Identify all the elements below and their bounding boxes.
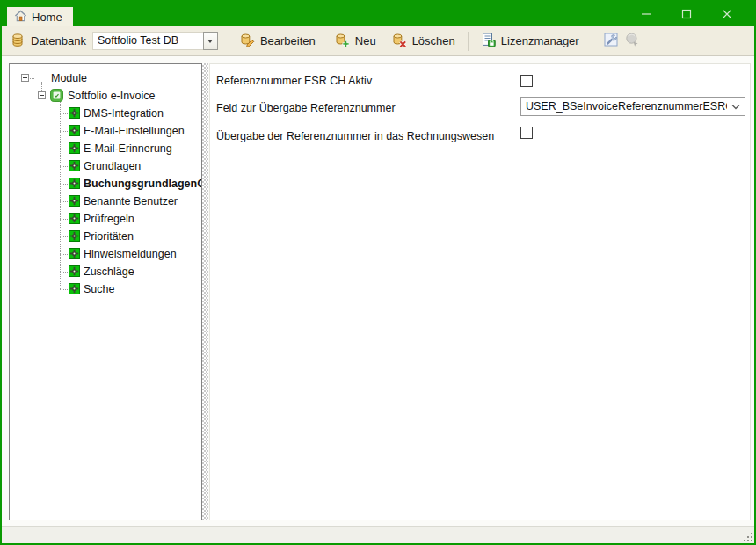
neu-label: Neu bbox=[355, 34, 376, 47]
module-gear-icon bbox=[69, 265, 80, 277]
tree-node-label: Prioritäten bbox=[84, 230, 134, 243]
tree-node-label: Zuschläge bbox=[84, 265, 134, 278]
home-icon bbox=[14, 10, 27, 25]
feld-uebergabe-select[interactable]: USER_BSeInvoiceReferenznummerESRCH bbox=[520, 97, 745, 116]
tree-connector bbox=[60, 236, 68, 237]
panel-splitter[interactable] bbox=[202, 63, 208, 520]
tree-connector bbox=[60, 289, 68, 290]
tree-connector bbox=[60, 272, 68, 272]
tree-node-label: Grundlagen bbox=[84, 160, 141, 172]
loeschen-label: Löschen bbox=[412, 34, 455, 47]
tree-connector bbox=[60, 101, 61, 289]
tree-connector bbox=[60, 219, 68, 220]
settings-form-panel: Referenznummer ESR CH Aktiv Feld zur Übe… bbox=[209, 63, 751, 520]
datenbank-label: Datenbank bbox=[31, 34, 86, 47]
window-controls bbox=[626, 2, 747, 26]
module-gear-icon bbox=[69, 283, 80, 294]
tree-node-softfolio-e-invoice[interactable]: Softfolio e-Invoice bbox=[68, 87, 155, 105]
feld-uebergabe-value: USER_BSeInvoiceReferenznummerESRCH bbox=[521, 100, 727, 113]
tree-node-benannte-benutzer[interactable]: Benannte Benutzer bbox=[84, 193, 178, 210]
delete-icon bbox=[392, 33, 407, 50]
tree-connector bbox=[60, 184, 68, 185]
title-bar: Home bbox=[2, 2, 754, 26]
bearbeiten-button[interactable]: Bearbeiten bbox=[236, 29, 320, 54]
module-gear-icon bbox=[69, 160, 80, 171]
module-tree: Module Softfolio e-Invoice bbox=[10, 64, 201, 520]
tree-node-suche[interactable]: Suche bbox=[84, 280, 114, 298]
tree-node-label: E-Mail-Einstellungen bbox=[84, 125, 185, 137]
toolbar-separator bbox=[592, 32, 592, 51]
tree-node-buchungsgrundlagench[interactable]: BuchungsgrundlagenCH bbox=[84, 175, 202, 193]
resize-grip[interactable] bbox=[742, 531, 752, 541]
tree-node-label: BuchungsgrundlagenCH bbox=[84, 178, 202, 190]
tree-connector bbox=[60, 131, 68, 132]
tree-node-label: Hinweismeldungen bbox=[84, 248, 177, 260]
tree-node-label: Module bbox=[51, 72, 87, 84]
tree-node-label: Suche bbox=[84, 283, 114, 295]
tree-node-label: E-Mail-Erinnerung bbox=[84, 142, 172, 155]
chevron-down-icon bbox=[727, 104, 745, 110]
tree-node-label: DMS-Integration bbox=[84, 107, 164, 120]
tree-node-label: Benannte Benutzer bbox=[84, 195, 178, 207]
tree-node-dms-integration[interactable]: DMS-Integration bbox=[84, 105, 164, 122]
wrench-settings-button[interactable] bbox=[600, 31, 622, 52]
module-gear-icon bbox=[69, 195, 80, 207]
tree-node-prioritäten[interactable]: Prioritäten bbox=[84, 228, 134, 245]
tree-node-grundlagen[interactable]: Grundlagen bbox=[84, 157, 141, 175]
globe-icon bbox=[624, 32, 640, 50]
tree-expander-softfolio[interactable] bbox=[38, 91, 46, 99]
status-bar bbox=[2, 526, 754, 543]
tree-node-e-mail-einstellungen[interactable]: E-Mail-Einstellungen bbox=[84, 122, 185, 140]
bearbeiten-label: Bearbeiten bbox=[260, 34, 316, 47]
uebergabe-rechnungswesen-label: Übergabe der Referenznummer in das Rechn… bbox=[216, 130, 494, 142]
tree-node-label: Prüfregeln bbox=[84, 213, 134, 225]
tree-node-module[interactable]: Module bbox=[51, 69, 87, 87]
tree-connector bbox=[60, 166, 68, 167]
module-gear-icon bbox=[69, 230, 80, 242]
referenznummer-aktiv-checkbox[interactable] bbox=[520, 75, 533, 87]
lizenzmanager-label: Lizenzmanager bbox=[501, 34, 579, 47]
edit-icon bbox=[240, 33, 255, 50]
tree-node-zuschläge[interactable]: Zuschläge bbox=[84, 263, 134, 280]
tree-connector bbox=[60, 201, 68, 202]
tree-node-label: Softfolio e-Invoice bbox=[68, 90, 155, 102]
module-gear-icon bbox=[69, 248, 80, 259]
new-icon bbox=[335, 33, 350, 50]
tab-home-label: Home bbox=[32, 11, 62, 24]
tree-node-prüfregeln[interactable]: Prüfregeln bbox=[84, 210, 134, 228]
toolbar: Datenbank Softfolio Test DB Bearbeiten bbox=[2, 26, 754, 56]
wrench-icon bbox=[603, 32, 619, 50]
loeschen-button[interactable]: Löschen bbox=[388, 29, 460, 54]
module-gear-icon bbox=[69, 125, 80, 136]
lizenzmanager-button[interactable]: Lizenzmanager bbox=[476, 29, 584, 54]
neu-button[interactable]: Neu bbox=[331, 29, 381, 54]
tree-connector bbox=[60, 254, 68, 255]
datenbank-combobox[interactable]: Softfolio Test DB bbox=[92, 32, 203, 50]
uebergabe-rechnungswesen-checkbox[interactable] bbox=[520, 127, 533, 139]
module-gear-icon bbox=[69, 213, 80, 224]
tree-node-e-mail-erinnerung[interactable]: E-Mail-Erinnerung bbox=[84, 140, 172, 157]
tree-connector bbox=[60, 113, 68, 114]
close-button[interactable] bbox=[707, 2, 747, 26]
tree-connector bbox=[30, 78, 34, 79]
module-gear-icon bbox=[69, 178, 80, 189]
referenznummer-aktiv-label: Referenznummer ESR CH Aktiv bbox=[216, 75, 372, 87]
module-gear-icon bbox=[69, 142, 80, 154]
module-group-icon bbox=[50, 89, 63, 102]
tree-connector bbox=[60, 149, 68, 149]
maximize-button[interactable] bbox=[666, 2, 707, 26]
tab-home[interactable]: Home bbox=[7, 7, 73, 26]
datenbank-combobox-dropdown-button[interactable] bbox=[203, 32, 218, 50]
minimize-button[interactable] bbox=[626, 2, 666, 26]
module-tree-panel: Module Softfolio e-Invoice bbox=[9, 63, 202, 520]
globe-button[interactable] bbox=[622, 31, 643, 52]
app-window: Home Datenbank Softfolio Test DB bbox=[0, 0, 756, 545]
module-gear-icon bbox=[69, 107, 80, 119]
tree-expander-module[interactable] bbox=[21, 74, 29, 82]
tree-node-hinweismeldungen[interactable]: Hinweismeldungen bbox=[84, 245, 177, 263]
toolbar-separator bbox=[468, 32, 469, 51]
license-icon bbox=[481, 33, 496, 50]
database-icon bbox=[11, 33, 25, 50]
feld-uebergabe-label: Feld zur Übergabe Referenznummer bbox=[216, 102, 396, 114]
toolbar-separator bbox=[651, 32, 651, 51]
